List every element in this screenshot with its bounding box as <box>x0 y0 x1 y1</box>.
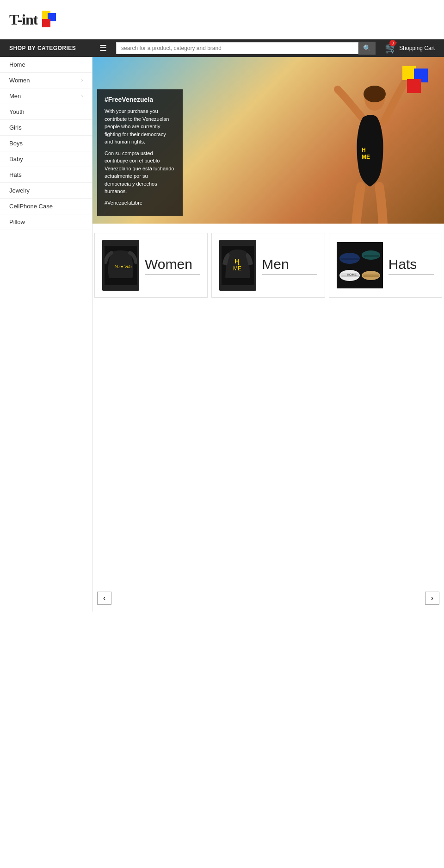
content-area: #FreeVenezuela With your purchase you co… <box>92 57 444 612</box>
hats-label-line <box>388 274 434 275</box>
hats-card-label-area: Hats <box>383 256 434 275</box>
category-card-men[interactable]: H ME ♦ Men <box>211 233 325 298</box>
search-bar: 🔍 <box>116 42 376 55</box>
svg-rect-23 <box>364 275 379 277</box>
sidebar-label-baby: Baby <box>9 156 23 162</box>
sidebar-item-girls[interactable]: Girls <box>0 120 92 136</box>
chevron-right-icon: › <box>81 78 83 83</box>
svg-text:H: H <box>362 147 366 153</box>
red-square <box>42 19 50 27</box>
sidebar-item-men[interactable]: Men › <box>0 88 92 104</box>
main-layout: Home Women › Men › Youth Girls Boys Baby… <box>0 57 444 612</box>
hero-spanish-text: Con su compra usted contribuye con el pu… <box>105 150 175 195</box>
logo-squares <box>38 11 57 29</box>
hamburger-icon[interactable]: ☰ <box>99 43 107 53</box>
women-card-label: Women <box>145 256 200 272</box>
hero-text-overlay: #FreeVenezuela With your purchase you co… <box>97 89 183 216</box>
sidebar-item-pillow[interactable]: Pillow <box>0 214 92 230</box>
svg-text:HOME: HOME <box>347 273 357 276</box>
svg-rect-10 <box>337 242 383 288</box>
chevron-right-icon: › <box>81 94 83 99</box>
sidebar-label-hats: Hats <box>9 171 22 178</box>
svg-text:ME: ME <box>362 154 370 160</box>
sidebar-label-boys: Boys <box>9 140 23 147</box>
cart-area[interactable]: 🛒 0 Shopping Cart <box>385 42 435 54</box>
women-card-label-area: Women <box>139 256 200 275</box>
sidebar-item-cellphone-case[interactable]: CellPhone Case <box>0 199 92 214</box>
hero-figure-svg: H ME <box>333 80 407 224</box>
svg-text:Yo ♥ Vda: Yo ♥ Vda <box>115 264 132 269</box>
logo-text: T-int <box>9 11 37 28</box>
category-cards: Yo ♥ Vda Women <box>92 229 444 301</box>
men-card-label-area: Men <box>256 256 317 275</box>
sidebar-item-women[interactable]: Women › <box>0 73 92 88</box>
search-input[interactable] <box>116 42 358 54</box>
men-product-image: H ME ♦ <box>219 240 256 291</box>
svg-rect-13 <box>341 258 359 260</box>
category-card-women[interactable]: Yo ♥ Vda Women <box>94 233 208 298</box>
women-product-image: Yo ♥ Vda <box>102 240 139 291</box>
sidebar-label-youth: Youth <box>9 108 25 115</box>
sidebar-label-women: Women <box>9 77 30 84</box>
empty-space <box>92 307 444 585</box>
cart-label: Shopping Cart <box>399 45 435 51</box>
search-button[interactable]: 🔍 <box>358 42 376 55</box>
hero-hashtag: #FreeVenezuela <box>105 95 175 105</box>
sidebar-item-youth[interactable]: Youth <box>0 104 92 120</box>
sidebar-label-men: Men <box>9 93 21 100</box>
svg-point-1 <box>364 86 386 102</box>
sidebar-item-jewelry[interactable]: Jewelry <box>0 183 92 199</box>
hero-hashtag2: #VenezuelaLibre <box>105 199 175 207</box>
hero-figure: H ME <box>324 75 416 224</box>
sidebar-item-baby[interactable]: Baby <box>0 151 92 167</box>
sidebar-item-home[interactable]: Home <box>0 57 92 73</box>
hero-banner: #FreeVenezuela With your purchase you co… <box>92 57 444 224</box>
sidebar-item-boys[interactable]: Boys <box>0 136 92 151</box>
next-button[interactable]: › <box>425 592 439 605</box>
sidebar-label-jewelry: Jewelry <box>9 187 30 194</box>
svg-rect-16 <box>364 255 379 257</box>
men-card-label: Men <box>262 256 317 272</box>
hero-english-text: With your purchase you contribute to the… <box>105 107 175 146</box>
prev-button[interactable]: ‹ <box>97 592 111 605</box>
category-card-hats[interactable]: HOME Hats <box>329 233 442 298</box>
sidebar-label-girls: Girls <box>9 124 22 131</box>
sidebar-label-home: Home <box>9 61 25 68</box>
svg-text:ME: ME <box>233 265 241 272</box>
shop-by-categories-label: SHOP BY CATEGORIES <box>9 45 96 51</box>
sidebar-item-hats[interactable]: Hats <box>0 167 92 183</box>
navbar: SHOP BY CATEGORIES ☰ 🔍 🛒 0 Shopping Cart <box>0 39 444 57</box>
svg-text:♦: ♦ <box>238 262 240 266</box>
logo[interactable]: T-int <box>9 11 57 29</box>
sidebar-label-cellphone-case: CellPhone Case <box>9 203 53 210</box>
hats-card-label: Hats <box>388 256 434 272</box>
sidebar-label-pillow: Pillow <box>9 219 25 225</box>
sidebar: Home Women › Men › Youth Girls Boys Baby… <box>0 57 92 612</box>
women-label-line <box>145 274 200 275</box>
pagination-arrows: ‹ › <box>92 585 444 612</box>
hats-product-image: HOME <box>337 242 383 288</box>
men-label-line <box>262 274 317 275</box>
header: T-int <box>0 0 444 39</box>
